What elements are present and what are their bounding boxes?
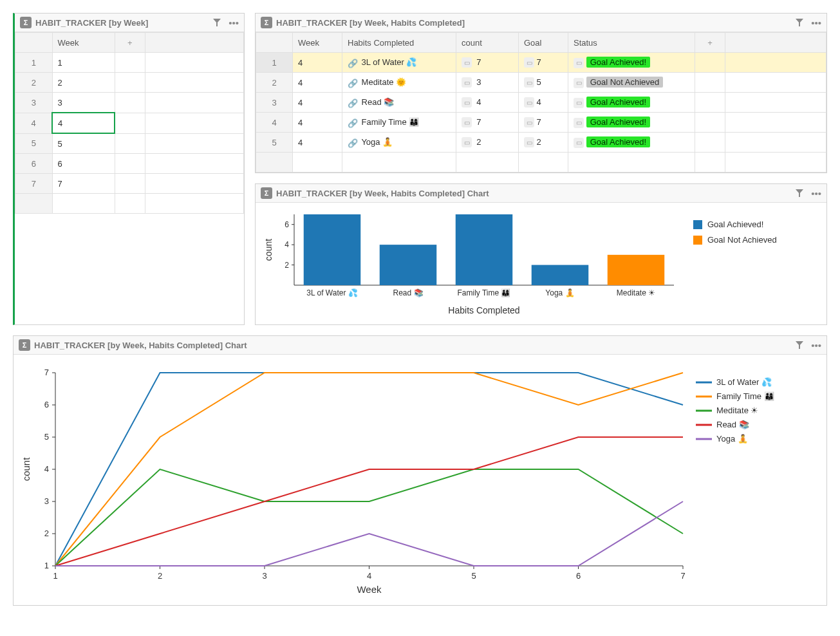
table-row[interactable]: 66	[15, 154, 244, 174]
cell-goal[interactable]: ▭ 7	[519, 113, 568, 133]
cell-count[interactable]: ▭ 4	[456, 93, 519, 113]
row-number: 2	[15, 73, 53, 93]
cell-count[interactable]: ▭ 3	[456, 73, 519, 93]
svg-text:Family Time 👨‍👩‍👦: Family Time 👨‍👩‍👦	[716, 391, 775, 402]
svg-text:Family Time 👨‍👩‍👦: Family Time 👨‍👩‍👦	[457, 288, 510, 297]
cell-week[interactable]: 4	[293, 133, 342, 153]
sigma-icon: Σ	[261, 187, 272, 199]
empty-cell	[145, 53, 244, 73]
cell-week[interactable]: 4	[293, 73, 342, 93]
table-row[interactable]: 44	[15, 113, 244, 133]
panel-header: Σ HABIT_TRACKER [by Week] •••	[15, 14, 244, 32]
col-header-count[interactable]: count	[456, 33, 519, 53]
cell-week[interactable]: 5	[52, 133, 115, 154]
cell-count[interactable]: ▭ 7	[456, 113, 519, 133]
tag-icon: ▭	[574, 98, 584, 108]
link-icon: 🔗	[348, 98, 357, 108]
table-row[interactable]: 77	[15, 174, 244, 194]
cell-week[interactable]: 2	[52, 73, 115, 93]
row-number: 4	[256, 113, 293, 133]
cell-status[interactable]: ▭ Goal Achieved!	[568, 93, 695, 113]
cell-week[interactable]: 4	[293, 93, 342, 113]
svg-text:3L of Water 💦: 3L of Water 💦	[716, 377, 772, 388]
empty-cell	[695, 53, 725, 73]
tag-icon: ▭	[524, 137, 534, 147]
col-header-habits[interactable]: Habits Completed	[342, 33, 456, 53]
cell-week[interactable]: 3	[52, 93, 115, 113]
sigma-icon: Σ	[20, 17, 32, 28]
svg-text:Read 📚: Read 📚	[393, 288, 423, 297]
tag-icon: ▭	[462, 57, 472, 68]
cell-week[interactable]: 4	[52, 113, 115, 133]
svg-text:count: count	[263, 239, 274, 261]
col-header-week[interactable]: Week	[293, 33, 342, 53]
col-header-goal[interactable]: Goal	[519, 33, 568, 53]
more-icon[interactable]: •••	[811, 340, 821, 351]
more-icon[interactable]: •••	[229, 17, 239, 28]
empty-cell	[115, 53, 145, 73]
svg-text:Habits Completed: Habits Completed	[448, 305, 519, 315]
table-row[interactable]: 44🔗 Family Time 👨‍👩‍👦▭ 7▭ 7▭ Goal Achiev…	[256, 113, 826, 133]
table-row[interactable]: 34🔗 Read 📚▭ 4▭ 4▭ Goal Achieved!	[256, 93, 826, 113]
svg-text:4: 4	[367, 571, 371, 581]
cell-goal[interactable]: ▭ 2	[519, 133, 568, 153]
table-row[interactable]: 54🔗 Yoga 🧘▭ 2▭ 2▭ Goal Achieved!	[256, 133, 826, 153]
empty-cell	[145, 174, 244, 194]
col-header-week[interactable]: Week	[52, 33, 115, 53]
row-number: 1	[15, 53, 53, 73]
tag-icon: ▭	[574, 78, 584, 88]
habits-table[interactable]: Week Habits Completed count Goal Status …	[256, 32, 826, 173]
svg-text:4: 4	[285, 240, 289, 249]
table-row[interactable]: 24🔗 Meditate 🌞▭ 3▭ 5▭ Goal Not Achieved	[256, 73, 826, 93]
svg-rect-9	[304, 214, 361, 285]
cell-week[interactable]: 6	[52, 154, 115, 174]
cell-week[interactable]: 4	[293, 53, 342, 73]
filter-icon[interactable]	[794, 188, 805, 198]
row-number: 7	[15, 174, 53, 194]
cell-week[interactable]: 1	[52, 53, 115, 73]
filter-icon[interactable]	[212, 17, 222, 28]
svg-text:3: 3	[262, 571, 266, 581]
table-row[interactable]: 55	[15, 133, 244, 154]
cell-status[interactable]: ▭ Goal Not Achieved	[568, 73, 695, 93]
row-number: 3	[256, 93, 293, 113]
svg-text:1: 1	[53, 571, 57, 581]
cell-week[interactable]: 4	[293, 113, 342, 133]
filter-icon[interactable]	[794, 17, 805, 28]
table-row[interactable]: 11	[15, 53, 244, 73]
cell-habit[interactable]: 🔗 Family Time 👨‍👩‍👦	[342, 113, 456, 133]
link-icon: 🔗	[348, 118, 357, 127]
svg-text:3: 3	[44, 496, 49, 506]
cell-habit[interactable]: 🔗 Read 📚	[342, 93, 456, 113]
cell-goal[interactable]: ▭ 4	[519, 93, 568, 113]
cell-habit[interactable]: 🔗 Yoga 🧘	[342, 133, 456, 153]
cell-status[interactable]: ▭ Goal Achieved!	[568, 133, 695, 153]
more-icon[interactable]: •••	[811, 17, 821, 28]
tag-icon: ▭	[462, 117, 472, 127]
empty-cell	[725, 133, 826, 153]
cell-habit[interactable]: 🔗 Meditate 🌞	[342, 73, 456, 93]
empty-cell	[115, 133, 145, 154]
table-row[interactable]: 22	[15, 73, 244, 93]
filter-icon[interactable]	[794, 340, 805, 350]
week-table[interactable]: Week + 11223344556677	[15, 32, 244, 214]
svg-text:5: 5	[471, 571, 476, 581]
empty-cell	[725, 73, 826, 93]
table-row[interactable]: 14🔗 3L of Water 💦▭ 7▭ 7▭ Goal Achieved!	[256, 53, 826, 73]
add-column-button[interactable]: +	[115, 33, 145, 53]
cell-count[interactable]: ▭ 7	[456, 53, 519, 73]
cell-status[interactable]: ▭ Goal Achieved!	[568, 53, 695, 73]
tag-icon: ▭	[524, 97, 534, 108]
empty-cell	[695, 73, 725, 93]
cell-status[interactable]: ▭ Goal Achieved!	[568, 113, 695, 133]
col-header-status[interactable]: Status	[568, 33, 695, 53]
add-column-button[interactable]: +	[695, 33, 725, 53]
table-row[interactable]: 33	[15, 93, 244, 113]
cell-week[interactable]: 7	[52, 174, 115, 194]
cell-habit[interactable]: 🔗 3L of Water 💦	[342, 53, 456, 73]
cell-goal[interactable]: ▭ 5	[519, 73, 568, 93]
more-icon[interactable]: •••	[811, 188, 821, 199]
cell-count[interactable]: ▭ 2	[456, 133, 519, 153]
svg-text:6: 6	[285, 220, 289, 229]
cell-goal[interactable]: ▭ 7	[519, 53, 568, 73]
